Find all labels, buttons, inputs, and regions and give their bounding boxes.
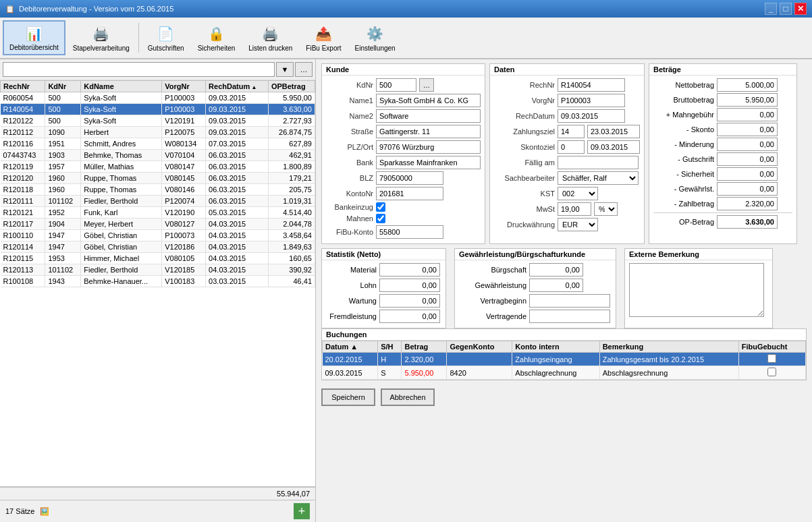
add-record-btn[interactable]: +: [294, 503, 310, 519]
bankeinzug-checkbox[interactable]: [376, 202, 385, 212]
kontonr-input[interactable]: [376, 187, 443, 200]
table-row[interactable]: R120114 1947 Göbel, Christian V120186 04…: [1, 241, 315, 253]
daten-rechdatum-input[interactable]: [558, 109, 625, 123]
buch-col-gegenkonto[interactable]: GegenKonto: [447, 341, 512, 353]
daten-druckwaehrung-select[interactable]: EUR: [558, 218, 598, 231]
toolbar-btn-gutschriften[interactable]: 📄 Gutschriften: [142, 20, 190, 55]
bank-input[interactable]: [376, 156, 481, 169]
table-row[interactable]: R120113 101102 Fiedler, Berthold V120185…: [1, 264, 315, 276]
buch-col-datum[interactable]: Datum ▲: [323, 341, 378, 353]
daten-mwst-select[interactable]: %: [594, 202, 618, 216]
save-button[interactable]: Speichern: [321, 388, 375, 406]
mahnen-checkbox[interactable]: [376, 214, 385, 223]
search-input[interactable]: [3, 62, 275, 77]
daten-rechn-input[interactable]: [558, 78, 625, 92]
cell-rechdatum: 09.03.2015: [206, 127, 269, 138]
toolbar-btn-debitoruebersicht[interactable]: 📊 Debitorübersicht: [3, 20, 65, 55]
buch-cell-konto-intern: Zahlungseingang: [512, 353, 599, 366]
maximize-btn[interactable]: □: [780, 3, 792, 15]
table-row[interactable]: R100108 1943 Behmke-Hanauer... V100183 0…: [1, 276, 315, 287]
buchungen-row[interactable]: 09.03.2015 S 5.950,00 8420 Abschlagrechn…: [323, 366, 806, 380]
buch-col-fibu[interactable]: FibuGebucht: [738, 341, 805, 353]
wartung-input[interactable]: [379, 294, 440, 308]
daten-vorgnr-input[interactable]: [558, 94, 625, 107]
gewaehrlst-label: - Gewährlst.: [653, 185, 714, 193]
table-row[interactable]: R120112 1090 Herbert P120075 09.03.2015 …: [1, 127, 315, 138]
col-opbetrag[interactable]: OPBetrag: [268, 81, 315, 92]
buch-col-sh[interactable]: S/H: [378, 341, 402, 353]
toolbar-btn-stapelverarbeitung[interactable]: 🖨️ Stapelverarbeitung: [67, 20, 136, 55]
mahngebuehr-input[interactable]: [717, 108, 778, 121]
plzort-input[interactable]: [376, 140, 481, 154]
cancel-button[interactable]: Abbrechen: [381, 388, 435, 406]
buch-col-bemerkung[interactable]: Bemerkung: [599, 341, 738, 353]
gutschrift-input[interactable]: [717, 152, 778, 166]
buergschaft-input[interactable]: [529, 263, 583, 277]
skonto-input[interactable]: [717, 123, 778, 136]
daten-skontoziel-date-input[interactable]: [587, 140, 640, 154]
kdnr-lookup-btn[interactable]: …: [419, 78, 434, 92]
strasse-input[interactable]: [376, 125, 481, 138]
daten-skontoziel-input[interactable]: [558, 140, 585, 154]
daten-zahlungsziel-input[interactable]: [558, 125, 585, 138]
search-go-btn[interactable]: …: [295, 62, 313, 77]
col-kdname[interactable]: KdName: [81, 81, 162, 92]
extern-textarea[interactable]: [629, 263, 764, 317]
gewaehrleistung-input[interactable]: [529, 279, 583, 292]
buch-fibu-checkbox[interactable]: [767, 368, 776, 376]
daten-zahlungsziel-date-input[interactable]: [587, 125, 640, 138]
daten-faellig-input[interactable]: [558, 156, 639, 169]
minimize-btn[interactable]: _: [765, 3, 777, 15]
fibu-konto-input[interactable]: [376, 225, 443, 239]
nettobetrag-input[interactable]: [717, 78, 778, 92]
table-row[interactable]: R060054 500 Syka-Soft P100003 09.03.2015…: [1, 92, 315, 104]
daten-mwst-input[interactable]: [558, 202, 591, 216]
name2-input[interactable]: [376, 109, 481, 123]
toolbar-btn-listen-drucken[interactable]: 🖨️ Listen drucken: [242, 20, 298, 55]
table-row[interactable]: R100110 1947 Göbel, Christian P100073 04…: [1, 230, 315, 241]
name1-input[interactable]: [376, 94, 481, 107]
search-dropdown-btn[interactable]: ▼: [276, 62, 294, 77]
col-vorgnr[interactable]: VorgNr: [162, 81, 206, 92]
table-row[interactable]: R120118 1960 Ruppe, Thomas V080146 06.03…: [1, 184, 315, 196]
table-row[interactable]: R120115 1953 Himmer, Michael V080105 04.…: [1, 253, 315, 264]
buch-col-konto-intern[interactable]: Konto intern: [512, 341, 599, 353]
kdnr-input[interactable]: [376, 78, 416, 92]
table-row[interactable]: R120121 1952 Funk, Karl V120190 05.03.20…: [1, 207, 315, 219]
zahlbetrag-input[interactable]: [717, 197, 778, 210]
col-rechdatum[interactable]: RechDatum: [206, 81, 269, 92]
table-row[interactable]: R140054 500 Syka-Soft P100003 09.03.2015…: [1, 104, 315, 115]
table-row[interactable]: R120120 1960 Ruppe, Thomas V080145 06.03…: [1, 173, 315, 184]
export-icon[interactable]: 🖼️: [40, 507, 49, 516]
blz-input[interactable]: [376, 171, 443, 185]
op-betrag-input[interactable]: [717, 215, 778, 229]
listen-drucken-icon: 🖨️: [260, 24, 281, 43]
table-row[interactable]: 07443743 1903 Behmke, Thomas V070104 06.…: [1, 150, 315, 161]
vertragende-input[interactable]: [529, 310, 610, 323]
col-rechn[interactable]: RechNr: [1, 81, 45, 92]
table-row[interactable]: R120116 1951 Schmitt, Andres W080134 07.…: [1, 138, 315, 150]
table-row[interactable]: R120117 1904 Meyer, Herbert V080127 04.0…: [1, 219, 315, 230]
table-row[interactable]: R120119 1957 Müller, Mathias V080147 06.…: [1, 161, 315, 173]
daten-kst-select[interactable]: 002: [558, 187, 598, 200]
bruttobetrag-input[interactable]: [717, 93, 778, 107]
buch-fibu-checkbox[interactable]: [767, 354, 776, 363]
toolbar-btn-fibu-export[interactable]: 📤 FiBu Export: [300, 20, 347, 55]
daten-sachbearbeiter-select[interactable]: Schäffer, Ralf: [558, 171, 639, 185]
lohn-input[interactable]: [379, 279, 440, 292]
col-kdnr[interactable]: KdNr: [45, 81, 81, 92]
fremdleistung-input[interactable]: [379, 310, 440, 323]
toolbar-btn-sicherheiten[interactable]: 🔒 Sicherheiten: [192, 20, 242, 55]
material-input[interactable]: [379, 263, 440, 277]
buchungen-row[interactable]: 20.02.2015 H 2.320,00 Zahlungseingang Za…: [323, 353, 806, 366]
close-btn[interactable]: ✕: [794, 3, 807, 15]
vertragbeginn-input[interactable]: [529, 294, 610, 308]
table-row[interactable]: R120111 101102 Fiedler, Berthold P120074…: [1, 196, 315, 207]
buch-cell-datum: 09.03.2015: [323, 366, 378, 380]
buch-col-betrag[interactable]: Betrag: [402, 341, 447, 353]
table-row[interactable]: R120122 500 Syka-Soft V120191 09.03.2015…: [1, 115, 315, 127]
toolbar-btn-einstellungen[interactable]: ⚙️ Einstellungen: [349, 20, 402, 55]
gewaehrlst-input[interactable]: [717, 182, 778, 196]
sicherheit-input[interactable]: [717, 167, 778, 181]
minderung-input[interactable]: [717, 138, 778, 151]
